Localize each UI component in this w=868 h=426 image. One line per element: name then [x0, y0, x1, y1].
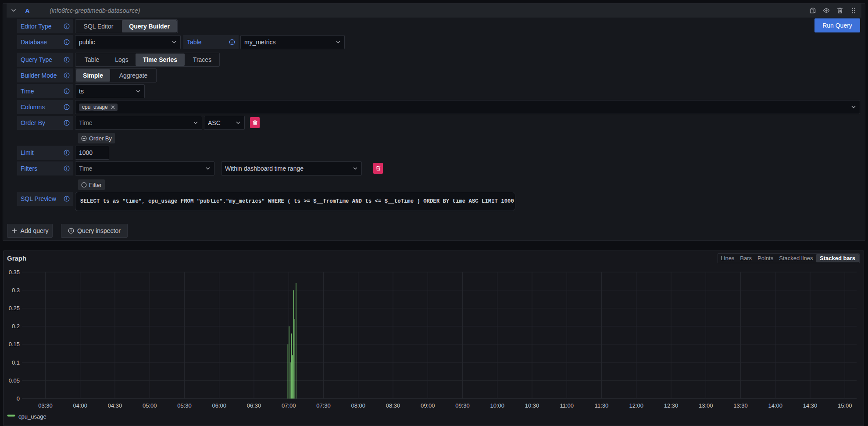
query-inspector-button[interactable]: Query inspector	[61, 224, 128, 238]
remove-filter-button[interactable]	[373, 163, 383, 174]
svg-text:09:00: 09:00	[421, 402, 435, 409]
svg-text:14:00: 14:00	[768, 402, 782, 409]
svg-text:08:30: 08:30	[386, 402, 400, 409]
info-icon[interactable]	[64, 39, 70, 45]
svg-text:0.15: 0.15	[9, 341, 20, 347]
limit-label: Limit	[17, 146, 73, 160]
query-type-radio-group: Table Logs Time Series Traces	[75, 53, 220, 67]
remove-order-by-button[interactable]	[250, 117, 260, 128]
builder-mode-label: Builder Mode	[17, 68, 73, 82]
svg-text:0.05: 0.05	[9, 377, 20, 384]
chevron-down-icon	[205, 166, 211, 171]
chevron-down-icon	[171, 39, 177, 45]
svg-text:12:30: 12:30	[664, 402, 679, 409]
svg-text:06:30: 06:30	[247, 402, 261, 409]
info-icon[interactable]	[64, 196, 70, 202]
info-circle-icon	[68, 228, 74, 234]
svg-text:06:00: 06:00	[212, 402, 226, 409]
add-filter-button[interactable]: Filter	[78, 179, 105, 190]
timeseries-chart: 00.050.10.150.20.250.30.3503:3004:0004:3…	[3, 251, 864, 426]
collapse-chevron-icon[interactable]	[11, 7, 17, 14]
duplicate-query-icon[interactable]	[809, 7, 816, 14]
database-label: Database	[17, 35, 73, 49]
columns-multiselect[interactable]: cpu_usage	[75, 100, 860, 114]
filter-field-select[interactable]: Time	[75, 161, 214, 175]
sql-preview-label: SQL Preview	[17, 192, 73, 206]
svg-text:0: 0	[17, 395, 20, 402]
circle-plus-icon	[81, 136, 87, 141]
time-label: Time	[17, 84, 73, 98]
svg-text:0.3: 0.3	[12, 287, 20, 294]
chevron-down-icon	[336, 39, 341, 45]
trash-icon	[375, 165, 381, 171]
svg-text:08:00: 08:00	[351, 402, 365, 409]
svg-text:13:00: 13:00	[699, 402, 713, 409]
query-type-option-logs[interactable]: Logs	[108, 53, 135, 66]
trash-icon	[252, 120, 258, 125]
query-header-actions	[809, 7, 861, 14]
limit-input[interactable]	[75, 146, 109, 160]
svg-text:04:00: 04:00	[73, 402, 87, 409]
database-select[interactable]: public	[75, 35, 181, 49]
info-icon[interactable]	[64, 165, 70, 172]
svg-text:07:30: 07:30	[316, 402, 331, 409]
svg-text:15:00: 15:00	[838, 402, 852, 409]
svg-text:0.2: 0.2	[12, 323, 20, 329]
editor-type-option-query-builder[interactable]: Query Builder	[122, 20, 177, 32]
info-icon[interactable]	[64, 104, 70, 110]
chevron-down-icon	[193, 120, 198, 125]
query-type-label: Query Type	[17, 53, 73, 67]
add-order-by-button[interactable]: Order By	[78, 133, 115, 143]
editor-type-radio-group: SQL Editor Query Builder	[75, 19, 178, 33]
svg-text:09:30: 09:30	[455, 402, 470, 409]
info-icon[interactable]	[64, 57, 70, 63]
builder-mode-option-simple[interactable]: Simple	[76, 69, 110, 82]
chevron-down-icon	[136, 89, 141, 94]
query-type-option-traces[interactable]: Traces	[185, 53, 219, 66]
columns-label: Columns	[17, 100, 73, 114]
svg-text:10:00: 10:00	[490, 402, 504, 409]
info-icon[interactable]	[64, 120, 70, 126]
builder-mode-radio-group: Simple Aggregate	[75, 68, 157, 82]
order-by-field-select[interactable]: Time	[75, 116, 202, 130]
info-icon[interactable]	[64, 88, 70, 94]
svg-text:05:00: 05:00	[143, 402, 157, 409]
time-column-select[interactable]: ts	[75, 84, 145, 98]
svg-text:11:00: 11:00	[560, 402, 574, 409]
plus-icon	[11, 228, 18, 234]
remove-column-icon[interactable]	[111, 105, 115, 109]
info-icon[interactable]	[229, 39, 235, 45]
svg-text:10:30: 10:30	[525, 402, 539, 409]
order-by-direction-select[interactable]: ASC	[204, 116, 245, 130]
svg-text:0.25: 0.25	[9, 305, 20, 311]
svg-text:07:00: 07:00	[282, 402, 296, 409]
info-icon[interactable]	[64, 150, 70, 156]
add-query-button[interactable]: Add query	[7, 224, 53, 238]
filters-label: Filters	[17, 161, 73, 175]
editor-type-option-sql-editor[interactable]: SQL Editor	[75, 20, 121, 33]
svg-text:11:30: 11:30	[595, 402, 609, 409]
drag-handle-icon[interactable]	[850, 7, 857, 14]
chevron-down-icon	[353, 166, 358, 171]
table-select[interactable]: my_metrics	[240, 35, 345, 49]
remove-query-trash-icon[interactable]	[836, 7, 843, 14]
svg-text:cpu_usage: cpu_usage	[18, 413, 46, 420]
chevron-down-icon	[236, 120, 241, 125]
hide-response-eye-icon[interactable]	[823, 7, 830, 14]
selected-column-tag: cpu_usage	[79, 104, 118, 111]
query-type-option-table[interactable]: Table	[75, 53, 108, 66]
info-icon[interactable]	[64, 23, 70, 29]
builder-mode-option-aggregate[interactable]: Aggregate	[111, 69, 156, 82]
svg-text:05:30: 05:30	[177, 402, 192, 409]
circle-plus-icon	[81, 182, 87, 188]
svg-text:0.35: 0.35	[9, 269, 20, 276]
svg-text:12:00: 12:00	[629, 402, 643, 409]
order-by-label: Order By	[17, 116, 73, 130]
query-type-option-time-series[interactable]: Time Series	[136, 54, 185, 66]
query-row-header[interactable]: A (info8fcc-greptimedb-datasource)	[7, 4, 861, 18]
info-icon[interactable]	[64, 72, 70, 79]
svg-text:03:30: 03:30	[38, 402, 53, 409]
run-query-button[interactable]: Run Query	[814, 18, 860, 32]
filter-condition-select[interactable]: Within dashboard time range	[221, 161, 362, 175]
query-ref-letter: A	[25, 7, 30, 14]
